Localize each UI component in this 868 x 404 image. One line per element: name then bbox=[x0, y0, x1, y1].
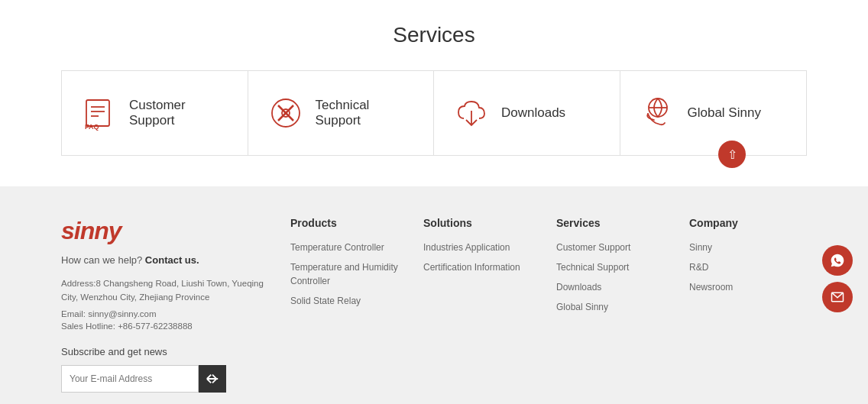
company-link-1[interactable]: Sinny bbox=[689, 242, 712, 253]
scroll-top-button[interactable]: ⇧ bbox=[718, 141, 746, 168]
list-item: Sinny bbox=[689, 240, 807, 254]
list-item: Newsroom bbox=[689, 280, 807, 293]
footer: sinny How can we help? Contact us. Addre… bbox=[0, 186, 868, 404]
faq-icon: FAQ bbox=[80, 94, 118, 132]
col-title-company: Company bbox=[689, 217, 807, 229]
list-item: Technical Support bbox=[556, 260, 674, 273]
company-list: Sinny R&D Newsroom bbox=[689, 240, 807, 293]
col-title-products: Products bbox=[290, 217, 408, 229]
floating-buttons bbox=[822, 245, 853, 312]
product-link-1[interactable]: Temperature Controller bbox=[290, 242, 384, 253]
list-item: Industries Application bbox=[423, 240, 541, 254]
list-item: Customer Support bbox=[556, 240, 674, 254]
logo-text: sinny bbox=[61, 217, 121, 244]
list-item: Solid State Relay bbox=[290, 293, 408, 307]
whatsapp-button[interactable] bbox=[822, 245, 853, 276]
footer-col-solutions: Solutions Industries Application Certifi… bbox=[423, 217, 541, 393]
list-item: Downloads bbox=[556, 280, 674, 293]
service-label-technical-support: Technical Support bbox=[316, 98, 416, 128]
svg-text:FAQ: FAQ bbox=[85, 123, 99, 131]
service-label-customer-support: Customer Support bbox=[129, 98, 229, 128]
contact-link[interactable]: Contact us. bbox=[145, 254, 199, 266]
globe-hand-icon bbox=[639, 94, 677, 132]
col-title-solutions: Solutions bbox=[423, 217, 541, 229]
footer-col-company: Company Sinny R&D Newsroom bbox=[689, 217, 807, 393]
products-list: Temperature Controller Temperature and H… bbox=[290, 240, 408, 307]
services-list: Customer Support Technical Support Downl… bbox=[556, 240, 674, 313]
list-item: Global Sinny bbox=[556, 299, 674, 313]
service-link-4[interactable]: Global Sinny bbox=[556, 302, 608, 312]
footer-col-services: Services Customer Support Technical Supp… bbox=[556, 217, 674, 393]
footer-email: Email: sinny@sinny.com bbox=[61, 309, 275, 318]
service-label-global-sinny: Global Sinny bbox=[688, 105, 761, 121]
list-item: R&D bbox=[689, 260, 807, 273]
service-link-3[interactable]: Downloads bbox=[556, 282, 601, 292]
tools-icon bbox=[267, 94, 305, 132]
solution-link-2[interactable]: Certification Information bbox=[423, 262, 520, 273]
product-link-3[interactable]: Solid State Relay bbox=[290, 296, 361, 306]
service-item-downloads[interactable]: Downloads bbox=[434, 71, 620, 155]
footer-address: Address:8 Changsheng Road, Liushi Town, … bbox=[61, 276, 275, 305]
subscribe-button[interactable] bbox=[199, 365, 226, 393]
footer-logo: sinny bbox=[61, 217, 275, 245]
footer-help-text: How can we help? Contact us. bbox=[61, 254, 275, 266]
solution-link-1[interactable]: Industries Application bbox=[423, 242, 510, 253]
footer-brand-column: sinny How can we help? Contact us. Addre… bbox=[61, 217, 275, 393]
services-title: Services bbox=[61, 23, 807, 47]
col-title-services: Services bbox=[556, 217, 674, 229]
subscribe-form bbox=[61, 365, 275, 393]
list-item: Temperature Controller bbox=[290, 240, 408, 254]
service-label-downloads: Downloads bbox=[501, 105, 565, 121]
footer-hotline: Sales Hotline: +86-577-62238888 bbox=[61, 322, 275, 331]
footer-top: sinny How can we help? Contact us. Addre… bbox=[61, 217, 807, 393]
list-item: Temperature and Humidity Controller bbox=[290, 260, 408, 287]
solutions-list: Industries Application Certification Inf… bbox=[423, 240, 541, 273]
service-link-2[interactable]: Technical Support bbox=[556, 262, 629, 273]
services-section: Services FAQ Customer Support bbox=[0, 0, 868, 186]
service-item-global-sinny[interactable]: Global Sinny bbox=[620, 71, 807, 155]
services-grid: FAQ Customer Support Technical Support bbox=[61, 70, 807, 156]
email-button[interactable] bbox=[822, 282, 853, 312]
email-input[interactable] bbox=[61, 365, 199, 393]
service-item-technical-support[interactable]: Technical Support bbox=[248, 71, 435, 155]
product-link-2[interactable]: Temperature and Humidity Controller bbox=[290, 262, 398, 286]
service-link-1[interactable]: Customer Support bbox=[556, 242, 630, 253]
svg-rect-0 bbox=[86, 100, 109, 126]
company-link-2[interactable]: R&D bbox=[689, 262, 708, 273]
footer-col-products: Products Temperature Controller Temperat… bbox=[290, 217, 408, 393]
download-cloud-icon bbox=[452, 94, 491, 132]
subscribe-label: Subscribe and get news bbox=[61, 346, 275, 357]
list-item: Certification Information bbox=[423, 260, 541, 273]
company-link-3[interactable]: Newsroom bbox=[689, 282, 733, 292]
service-item-customer-support[interactable]: FAQ Customer Support bbox=[62, 71, 248, 155]
